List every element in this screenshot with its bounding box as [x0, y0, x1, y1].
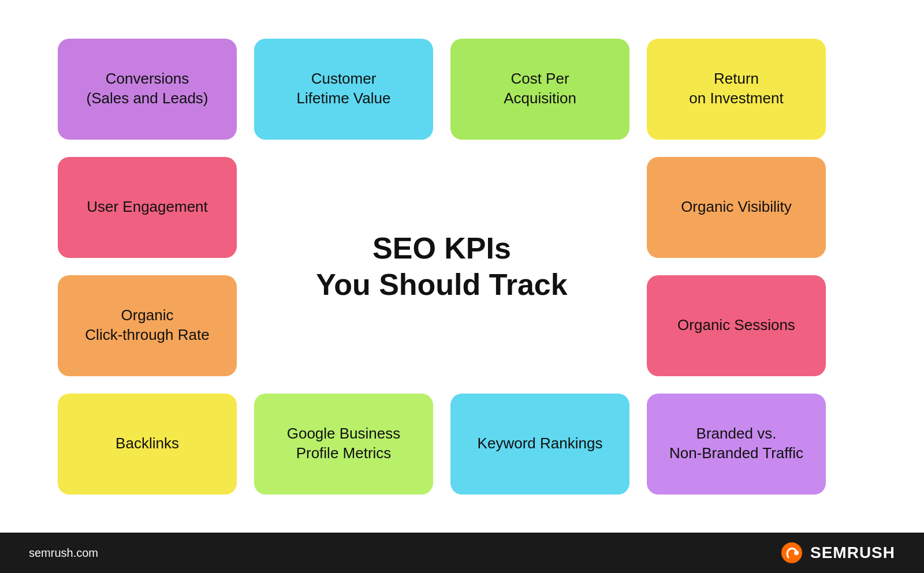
card-organic-visibility: Organic Visibility	[647, 157, 826, 258]
footer: semrush.com SEMRUSH	[0, 533, 924, 573]
card-branded-traffic: Branded vs.Non-Branded Traffic	[647, 394, 826, 495]
card-gbp-label: Google BusinessProfile Metrics	[287, 424, 401, 463]
card-ov-label: Organic Visibility	[681, 197, 792, 217]
footer-logo: SEMRUSH	[780, 541, 895, 564]
card-cpa-label: Cost PerAcquisition	[504, 69, 576, 108]
footer-brand-text: SEMRUSH	[810, 544, 895, 562]
card-backlinks: Backlinks	[58, 394, 237, 495]
kpi-grid: Conversions(Sales and Leads) CustomerLif…	[58, 39, 866, 495]
footer-url: semrush.com	[29, 546, 98, 560]
center-title: SEO KPIsYou Should Track	[254, 157, 629, 376]
card-clv-label: CustomerLifetime Value	[297, 69, 391, 108]
svg-point-1	[794, 550, 799, 555]
card-google-business: Google BusinessProfile Metrics	[254, 394, 433, 495]
card-customer-lifetime-value: CustomerLifetime Value	[254, 39, 433, 140]
main-title: SEO KPIsYou Should Track	[316, 230, 567, 302]
card-conversions: Conversions(Sales and Leads)	[58, 39, 237, 140]
card-keyword-rankings: Keyword Rankings	[450, 394, 629, 495]
card-return-on-investment: Returnon Investment	[647, 39, 826, 140]
card-bl-label: Backlinks	[116, 434, 179, 454]
card-organic-ctr: OrganicClick-through Rate	[58, 275, 237, 376]
card-user-engagement: User Engagement	[58, 157, 237, 258]
svg-point-0	[781, 542, 802, 563]
card-kr-label: Keyword Rankings	[478, 434, 603, 454]
card-octr-label: OrganicClick-through Rate	[85, 306, 209, 345]
card-roi-label: Returnon Investment	[689, 69, 783, 108]
card-organic-sessions: Organic Sessions	[647, 275, 826, 376]
main-content: Conversions(Sales and Leads) CustomerLif…	[0, 0, 924, 533]
card-os-label: Organic Sessions	[677, 316, 795, 335]
semrush-icon	[780, 541, 803, 564]
card-bt-label: Branded vs.Non-Branded Traffic	[669, 424, 803, 463]
card-cost-per-acquisition: Cost PerAcquisition	[450, 39, 629, 140]
card-conversions-label: Conversions(Sales and Leads)	[86, 69, 208, 108]
card-ue-label: User Engagement	[87, 197, 208, 217]
